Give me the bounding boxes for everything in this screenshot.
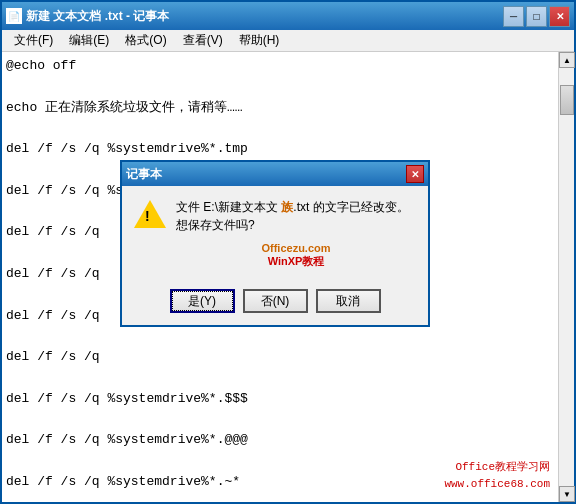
menu-format[interactable]: 格式(O) xyxy=(117,30,174,51)
dialog-text-area: 文件 E:\新建文本文 族.txt 的文字已经改变。 想保存文件吗? Offic… xyxy=(176,198,416,269)
dialog-title-bar: 记事本 ✕ xyxy=(122,162,428,186)
code-line-0: @echo off xyxy=(6,56,554,77)
watermark-line1: Office教程学习网 xyxy=(444,459,550,477)
menu-bar: 文件(F) 编辑(E) 格式(O) 查看(V) 帮助(H) xyxy=(2,30,574,52)
dialog-buttons: 是(Y) 否(N) 取消 xyxy=(122,281,428,325)
code-line-4: del /f /s /q %systemdrive%*.tmp xyxy=(6,139,554,160)
code-line-14: del /f /s /q xyxy=(6,347,554,368)
title-bar-left: 📄 新建 文本文档 .txt - 记事本 xyxy=(6,8,169,25)
dialog-message: 文件 E:\新建文本文 族.txt 的文字已经改变。 想保存文件吗? xyxy=(176,198,416,234)
minimize-button[interactable]: ─ xyxy=(503,6,524,27)
window-title: 新建 文本文档 .txt - 记事本 xyxy=(26,8,169,25)
code-line-1 xyxy=(6,77,554,98)
watermark: Office教程学习网 www.office68.com xyxy=(444,459,550,494)
dialog-message-line1: 文件 E:\新建文本文 族.txt 的文字已经改变。 xyxy=(176,200,409,214)
code-line-13 xyxy=(6,326,554,347)
menu-help[interactable]: 帮助(H) xyxy=(231,30,288,51)
code-line-17 xyxy=(6,410,554,431)
code-line-2: echo 正在清除系统垃圾文件，请稍等…… xyxy=(6,98,554,119)
dialog-watermark2: WinXP教程 xyxy=(176,254,416,269)
save-dialog: 记事本 ✕ 文件 E:\新建文本文 族.txt 的文字已经改变。 想保存文件吗?… xyxy=(120,160,430,327)
watermark-line2: www.office68.com xyxy=(444,476,550,494)
dialog-cancel-button[interactable]: 取消 xyxy=(316,289,381,313)
maximize-button[interactable]: □ xyxy=(526,6,547,27)
scrollbar[interactable]: ▲ ▼ xyxy=(558,52,574,502)
warning-triangle xyxy=(134,200,166,228)
code-line-18: del /f /s /q %systemdrive%*.@@@ xyxy=(6,430,554,451)
dialog-close-button[interactable]: ✕ xyxy=(406,165,424,183)
scroll-thumb[interactable] xyxy=(560,85,574,115)
dialog-no-button[interactable]: 否(N) xyxy=(243,289,308,313)
menu-edit[interactable]: 编辑(E) xyxy=(61,30,117,51)
scroll-up-button[interactable]: ▲ xyxy=(559,52,575,68)
dialog-watermark1: Officezu.com xyxy=(176,242,416,254)
code-line-21 xyxy=(6,493,554,502)
title-controls: ─ □ ✕ xyxy=(503,6,570,27)
app-icon: 📄 xyxy=(6,8,22,24)
dialog-title-text: 记事本 xyxy=(126,166,162,183)
dialog-content: 文件 E:\新建文本文 族.txt 的文字已经改变。 想保存文件吗? Offic… xyxy=(122,186,428,281)
code-line-3 xyxy=(6,118,554,139)
title-bar: 📄 新建 文本文档 .txt - 记事本 ─ □ ✕ xyxy=(2,2,574,30)
code-line-15 xyxy=(6,368,554,389)
dialog-message-line2: 想保存文件吗? xyxy=(176,218,255,232)
dialog-yes-button[interactable]: 是(Y) xyxy=(170,289,235,313)
warning-icon xyxy=(134,198,166,230)
menu-view[interactable]: 查看(V) xyxy=(175,30,231,51)
menu-file[interactable]: 文件(F) xyxy=(6,30,61,51)
scroll-down-button[interactable]: ▼ xyxy=(559,486,575,502)
close-button[interactable]: ✕ xyxy=(549,6,570,27)
code-line-16: del /f /s /q %systemdrive%*.$$$ xyxy=(6,389,554,410)
